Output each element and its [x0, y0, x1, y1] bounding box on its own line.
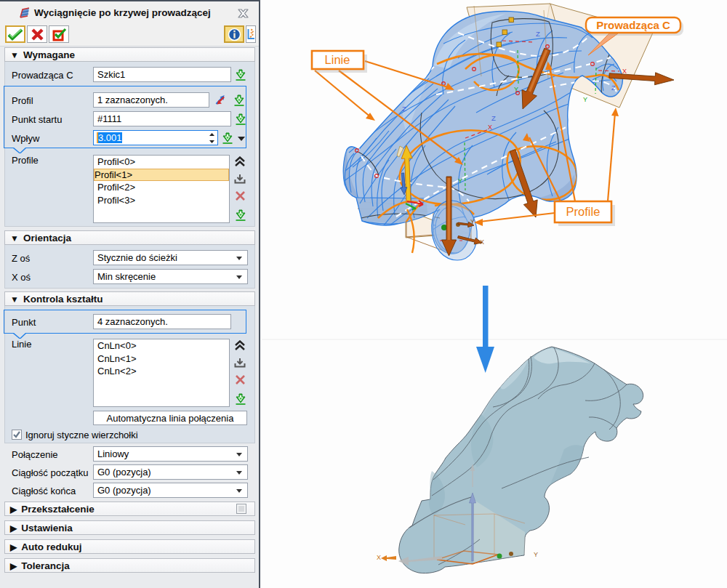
svg-text:Profile: Profile — [566, 205, 601, 218]
svg-text:Z: Z — [611, 84, 616, 92]
svg-text:Prowadząca C: Prowadząca C — [596, 19, 670, 31]
svg-text:X: X — [377, 554, 381, 561]
svg-text:X: X — [488, 124, 492, 131]
svg-text:Y: Y — [458, 177, 462, 185]
svg-text:Z: Z — [491, 114, 496, 122]
svg-text:X: X — [622, 68, 627, 75]
svg-text:Y: Y — [534, 551, 538, 558]
svg-text:Linie: Linie — [325, 53, 350, 66]
svg-text:Z: Z — [402, 105, 406, 113]
svg-text:Z: Z — [536, 30, 540, 38]
svg-text:Y: Y — [583, 96, 587, 103]
